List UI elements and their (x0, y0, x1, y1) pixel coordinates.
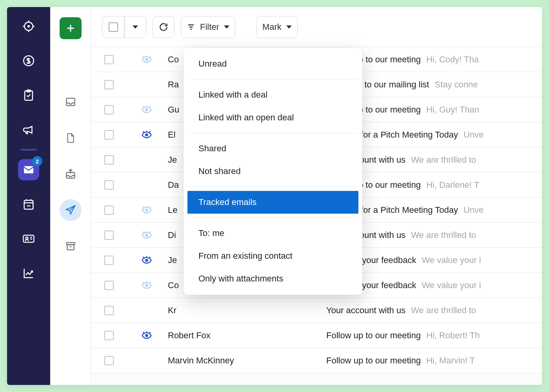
crosshair-icon (22, 20, 35, 33)
row-checkbox[interactable] (104, 356, 114, 365)
sent-folder[interactable] (60, 199, 82, 221)
inbox-icon (64, 96, 77, 108)
mail-subject: Your account with us (326, 305, 405, 316)
filter-option[interactable]: From an existing contact (187, 245, 358, 267)
row-checkbox[interactable] (104, 130, 114, 140)
dropdown-separator (189, 218, 357, 218)
nav-reports[interactable] (18, 263, 39, 284)
svg-line-59 (149, 332, 151, 333)
dropdown-separator (189, 133, 357, 133)
row-checkbox[interactable] (104, 230, 114, 240)
paper-plane-icon (65, 204, 76, 216)
svg-point-57 (145, 334, 148, 337)
mail-preview: We are thrilled to (411, 155, 476, 165)
row-checkbox[interactable] (104, 256, 114, 265)
envelope-icon (22, 163, 35, 176)
nav-deals[interactable] (18, 50, 39, 71)
tracking-status (136, 130, 158, 140)
eye-icon (141, 205, 153, 215)
filter-option[interactable]: Linked with a deal (187, 83, 358, 106)
tracking-status (136, 205, 158, 215)
chevron-down-icon (133, 25, 138, 29)
megaphone-icon (22, 123, 35, 136)
svg-line-54 (143, 282, 144, 283)
mail-row[interactable]: Marvin McKinneyFollow up to our meetingH… (91, 348, 542, 373)
svg-line-42 (143, 207, 144, 208)
mail-row[interactable]: Robert FoxFollow up to our meetingHi, Ro… (91, 323, 542, 348)
mail-subject: Follow up to our meeting (326, 330, 421, 341)
svg-line-38 (143, 131, 144, 132)
row-checkbox[interactable] (104, 105, 114, 114)
tracking-status (136, 105, 158, 114)
refresh-button[interactable] (153, 16, 175, 38)
nav-contacts[interactable] (18, 228, 39, 249)
row-checkbox[interactable] (104, 331, 114, 340)
mail-preview: Hi, Cody! Tha (426, 54, 479, 65)
row-checkbox[interactable] (104, 306, 114, 315)
dollar-icon (22, 54, 35, 67)
nav-focus[interactable] (18, 16, 39, 37)
mail-toolbar: Filter Mark (91, 7, 542, 47)
svg-point-1 (27, 25, 30, 27)
sender-name: Robert Fox (158, 330, 326, 341)
refresh-icon (158, 22, 169, 32)
svg-line-50 (143, 257, 144, 258)
row-checkbox[interactable] (104, 205, 114, 215)
svg-line-30 (143, 56, 144, 57)
tracking-status (136, 55, 158, 64)
nav-tasks[interactable] (18, 85, 39, 106)
sender-name: Kr (158, 305, 326, 316)
filter-option[interactable]: Unread (187, 53, 358, 75)
nav-calendar[interactable] (18, 194, 39, 215)
mail-preview: Hi, Guy! Than (426, 105, 479, 115)
svg-point-53 (145, 284, 148, 287)
clipboard-check-icon (22, 89, 35, 102)
row-checkbox[interactable] (104, 281, 114, 290)
rail-separator (20, 149, 37, 151)
chevron-down-icon (286, 25, 292, 29)
filter-option[interactable]: Shared (187, 137, 358, 160)
mail-preview: We are thrilled to (411, 305, 476, 316)
svg-rect-15 (24, 235, 34, 242)
mail-sub-nav (50, 7, 91, 385)
filter-option[interactable]: Only with attachments (187, 267, 358, 290)
filter-option[interactable]: Tracked emails (187, 191, 358, 214)
row-checkbox[interactable] (104, 180, 114, 190)
chart-icon (22, 267, 35, 280)
eye-icon (141, 105, 153, 114)
svg-line-47 (149, 232, 151, 233)
mail-row[interactable]: KrYour account with usWe are thrilled to (91, 298, 542, 323)
mail-subject: Follow up to our meeting (326, 356, 421, 366)
calendar-icon (22, 198, 35, 211)
filter-option[interactable]: Not shared (187, 160, 358, 183)
filter-button[interactable]: Filter (181, 16, 235, 38)
filter-icon (187, 23, 195, 31)
email-badge: 2 (32, 156, 42, 166)
mail-preview: Stay conne (434, 80, 478, 90)
svg-rect-24 (67, 245, 74, 250)
svg-line-58 (143, 332, 144, 333)
svg-point-37 (145, 133, 148, 136)
file-icon (65, 132, 76, 144)
archive-folder[interactable] (60, 235, 82, 257)
svg-rect-10 (24, 200, 33, 209)
tracking-status (136, 230, 158, 240)
filter-option[interactable]: To: me (187, 222, 358, 245)
row-checkbox[interactable] (104, 55, 114, 64)
inbox-folder[interactable] (60, 91, 82, 113)
mail-preview: Unve (464, 205, 484, 215)
svg-line-35 (149, 106, 151, 107)
mark-button[interactable]: Mark (256, 16, 298, 38)
filter-option[interactable]: Linked with an open deal (187, 106, 358, 129)
compose-button[interactable] (60, 17, 82, 39)
select-all-checkbox[interactable] (102, 16, 124, 38)
row-checkbox[interactable] (104, 155, 114, 165)
nav-email[interactable]: 2 (18, 159, 39, 180)
mail-preview: We value your i (422, 280, 481, 290)
eye-icon (141, 230, 153, 240)
row-checkbox[interactable] (104, 80, 114, 89)
outbox-folder[interactable] (60, 163, 82, 185)
nav-campaigns[interactable] (18, 119, 39, 140)
drafts-folder[interactable] (60, 127, 82, 149)
select-all-dropdown[interactable] (124, 16, 146, 38)
